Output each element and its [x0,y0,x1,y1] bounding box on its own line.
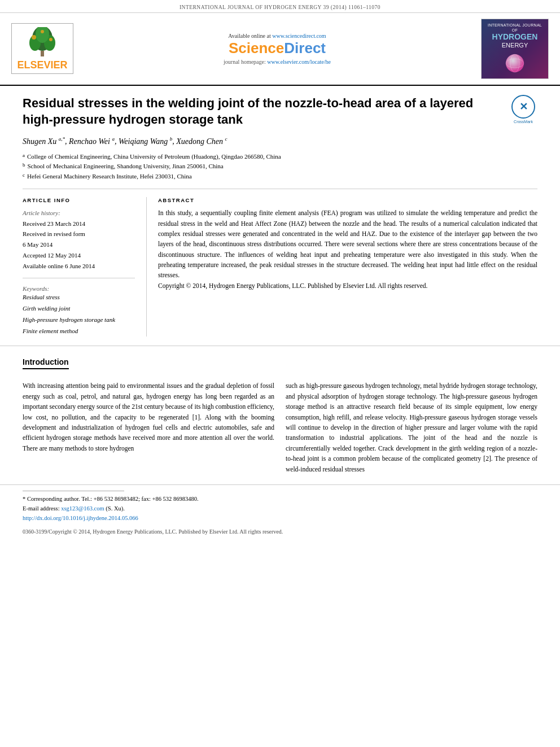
keywords-heading: Keywords: [23,285,135,292]
email-name: (S. Xu). [106,505,125,512]
elsevier-wordmark: ELSEVIER [14,59,71,71]
elsevier-logo-box: ELSEVIER [11,23,73,74]
journal-intl-text: International Journal of [485,23,545,33]
elsevier-tree-icon [23,27,62,58]
affiliations-list: a College of Chemical Engineering, China… [23,152,537,181]
affiliation-c: c Hefei General Machinery Research Insti… [23,172,537,181]
journal-homepage: journal homepage: www.elsevier.com/locat… [79,59,475,65]
intro-para-2: such as high-pressure gaseous hydrogen t… [286,381,537,474]
keyword-2: Girth welding joint [23,303,135,314]
introduction-heading: Introduction [23,357,69,369]
journal-sphere-icon [501,51,529,73]
corresponding-author-note: * Corresponding author. Tel.: +86 532 86… [23,495,537,504]
affiliation-c-sup: c [23,172,25,181]
article-section: Residual stresses in the welding joint o… [0,86,560,181]
accepted-date: Accepted 12 May 2014 [23,250,135,261]
email-label: E-mail address: [23,505,60,512]
keywords-list: Residual stress Girth welding joint High… [23,292,135,337]
intro-para-1: With increasing attention being paid to … [23,381,274,453]
available-online-text: Available online at www.sciencedirect.co… [79,33,475,39]
article-info-heading: ARTICLE INFO [23,197,135,203]
affiliation-b-sup: b [23,161,25,171]
author-1: Shugen Xu a,*, [23,137,67,146]
banner-center: Available online at www.sciencedirect.co… [73,33,481,65]
email-link[interactable]: xsg123@163.com [61,505,106,512]
affiliation-a-text: College of Chemical Engineering, China U… [27,152,281,161]
article-info-abstract-section: ARTICLE INFO Article history: Received 2… [0,189,560,337]
corresponding-author-text: * Corresponding author. Tel.: +86 532 86… [23,496,199,502]
journal-energy-text: ENERGY [485,42,545,49]
abstract-copyright: Copyright © 2014, Hydrogen Energy Public… [158,281,537,291]
svg-point-7 [41,30,44,33]
footer-copyright: 0360-3199/Copyright © 2014, Hydrogen Ene… [0,526,560,539]
keyword-3: High-pressure hydrogen storage tank [23,314,135,326]
journal-homepage-link[interactable]: www.elsevier.com/locate/he [267,59,331,65]
svg-point-5 [32,35,36,40]
intro-col-left: With increasing attention being paid to … [23,381,274,479]
affiliation-b: b School of Mechanical Engineering, Shan… [23,161,537,171]
article-info-column: ARTICLE INFO Article history: Received 2… [23,197,147,337]
crossmark-badge: ✕ CrossMark [509,95,537,124]
journal-header-text: INTERNATIONAL JOURNAL OF HYDROGEN ENERGY… [180,5,380,10]
banner: ELSEVIER Available online at www.science… [0,13,560,86]
footnotes-section: * Corresponding author. Tel.: +86 532 86… [0,484,560,526]
introduction-section: Introduction With increasing attention b… [0,346,560,479]
abstract-column: ABSTRACT In this study, a sequentially c… [147,197,537,337]
intro-col-right: such as high-pressure gaseous hydrogen t… [286,381,537,479]
footnote-divider [23,491,124,491]
sciencedirect-brand-science: Science [229,40,284,56]
svg-rect-0 [41,51,44,56]
affiliation-c-text: Hefei General Machinery Research Institu… [27,172,192,181]
revised-date: Received in revised form [23,229,135,239]
doi-link[interactable]: http://dx.doi.org/10.1016/j.ijhydene.201… [23,515,138,521]
affiliation-b-text: School of Mechanical Engineering, Shando… [28,161,224,171]
sciencedirect-brand: ScienceDirect [79,40,475,56]
title-crossmark-wrapper: Residual stresses in the welding joint o… [23,95,537,128]
author-3: Weiqiang Wang b, [119,137,174,146]
author-4: Xuedong Chen c [176,137,227,146]
history-heading: Article history: [23,208,135,219]
journal-header: INTERNATIONAL JOURNAL OF HYDROGEN ENERGY… [0,0,560,13]
email-note: E-mail address: xsg123@163.com (S. Xu). [23,504,537,514]
crossmark-circle: ✕ [511,95,535,119]
journal-hydrogen-text: HYDROGEN [485,33,545,41]
article-title: Residual stresses in the welding joint o… [23,95,509,128]
journal-logo-right: International Journal of HYDROGEN ENERGY [481,19,549,79]
svg-point-6 [49,38,53,41]
article-history: Article history: Received 23 March 2014 … [23,208,135,271]
revised-date-2: 6 May 2014 [23,239,135,250]
divider-history-keywords [23,278,135,278]
keyword-4: Finite element method [23,326,135,337]
crossmark-icon: ✕ [519,101,528,113]
introduction-two-col: With increasing attention being paid to … [23,381,537,479]
sciencedirect-brand-direct: Direct [284,40,326,56]
abstract-text: In this study, a sequentially coupling f… [158,208,537,281]
received-date: Received 23 March 2014 [23,219,135,229]
keywords-section: Keywords: Residual stress Girth welding … [23,285,135,337]
affiliation-a-sup: a [23,152,25,161]
svg-point-8 [506,54,524,72]
available-date: Available online 6 June 2014 [23,261,135,272]
doi-note: http://dx.doi.org/10.1016/j.ijhydene.201… [23,514,537,523]
authors-list: Shugen Xu a,*, Renchao Wei a, Weiqiang W… [23,136,537,146]
elsevier-logo: ELSEVIER [11,23,73,74]
affiliation-a: a College of Chemical Engineering, China… [23,152,537,161]
abstract-heading: ABSTRACT [158,197,537,203]
author-2: Renchao Wei a, [69,137,116,146]
keyword-1: Residual stress [23,292,135,303]
crossmark-label: CrossMark [509,120,537,124]
sciencedirect-url-link[interactable]: www.sciencedirect.com [272,33,326,39]
